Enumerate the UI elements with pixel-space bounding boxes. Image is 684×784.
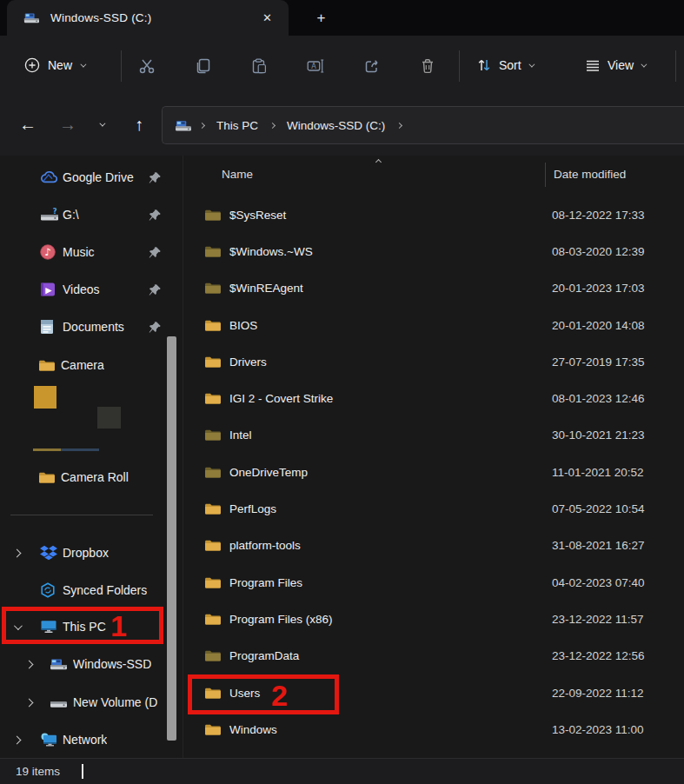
- folder-icon: [204, 576, 221, 589]
- sidebar-item-label: Camera: [61, 358, 104, 372]
- back-button[interactable]: ←: [10, 106, 45, 143]
- file-row-program-files[interactable]: Program Files 04-02-2023 07:40: [187, 564, 684, 601]
- sidebar-item-documents[interactable]: Documents: [0, 311, 179, 342]
- expand-chevron-icon[interactable]: [25, 698, 34, 707]
- sidebar-item-label: Dropbox: [63, 546, 109, 560]
- file-row-intel[interactable]: Intel 30-10-2021 21:23: [187, 417, 684, 454]
- forward-button[interactable]: →: [50, 106, 85, 143]
- history-dropdown-button[interactable]: [87, 106, 115, 143]
- folder-icon: [204, 319, 221, 332]
- sidebar-item-camera[interactable]: Camera: [0, 349, 179, 381]
- file-row-programdata[interactable]: ProgramData 23-12-2022 12:56: [187, 638, 684, 674]
- folder-icon: [204, 209, 221, 222]
- copy-button[interactable]: [185, 49, 220, 83]
- file-name: OneDriveTemp: [229, 466, 308, 479]
- sidebar-item-new-volume[interactable]: New Volume (D: [0, 687, 179, 718]
- file-name: platform-tools: [229, 539, 301, 552]
- annotation-step-2: 2: [271, 679, 288, 713]
- expand-chevron-icon[interactable]: [13, 548, 22, 557]
- share-button[interactable]: [355, 49, 389, 83]
- column-header-name[interactable]: Name: [222, 168, 253, 181]
- file-name: Drivers: [229, 355, 267, 369]
- chevron-down-icon: [641, 61, 647, 67]
- file-row-platform-tools[interactable]: platform-tools 31-08-2021 16:27: [187, 528, 684, 564]
- file-row-program-files-x86[interactable]: Program Files (x86) 23-12-2022 11:57: [187, 601, 684, 637]
- sidebar-item-synced-folders[interactable]: Synced Folders: [0, 575, 179, 606]
- sidebar-item-dropbox[interactable]: Dropbox: [0, 537, 179, 568]
- network-icon: [40, 733, 57, 747]
- file-row-perflogs[interactable]: PerfLogs 07-05-2022 10:54: [187, 490, 684, 527]
- breadcrumb-drive[interactable]: Windows-SSD (C:): [283, 116, 388, 136]
- folder-icon: [204, 649, 221, 662]
- sort-button[interactable]: Sort: [468, 49, 541, 82]
- google-drive-icon: [40, 170, 59, 184]
- file-row-drivers[interactable]: Drivers 27-07-2019 17:35: [187, 343, 684, 380]
- file-row-bios[interactable]: BIOS 20-01-2020 14:08: [187, 307, 684, 343]
- file-date: 08-12-2022 17:33: [552, 209, 645, 222]
- sort-button-label: Sort: [499, 58, 521, 72]
- pin-icon: [149, 246, 162, 259]
- tab-windows-ssd[interactable]: Windows-SSD (C:) ✕: [7, 0, 289, 36]
- annotation-box-users: [188, 674, 339, 714]
- up-button[interactable]: ↑: [122, 106, 156, 143]
- file-name: ProgramData: [229, 649, 299, 662]
- rename-button[interactable]: [298, 49, 333, 83]
- sidebar-item-label: Music: [63, 245, 95, 259]
- file-date: 20-01-2023 17:03: [552, 282, 645, 295]
- sidebar-divider: [183, 156, 183, 758]
- breadcrumb-this-pc[interactable]: This PC: [213, 116, 262, 136]
- sidebar-item-g-drive[interactable]: G:\: [0, 199, 179, 230]
- file-name: BIOS: [229, 319, 257, 332]
- file-name: Intel: [229, 429, 252, 442]
- paste-button[interactable]: [242, 49, 276, 83]
- view-button[interactable]: View: [576, 49, 654, 82]
- sidebar-thumbnail-artifact: [34, 386, 56, 409]
- file-row-windows-ws[interactable]: $Windows.~WS 08-03-2020 12:39: [187, 233, 684, 269]
- column-divider[interactable]: [545, 163, 546, 187]
- sidebar-item-network[interactable]: Network: [0, 724, 179, 755]
- view-button-label: View: [608, 58, 634, 72]
- file-row-winreagent[interactable]: $WinREAgent 20-01-2023 17:03: [187, 270, 684, 307]
- folder-icon: [38, 471, 55, 484]
- delete-button[interactable]: [410, 49, 445, 83]
- breadcrumb-separator-icon: [269, 122, 276, 128]
- new-button[interactable]: New: [16, 49, 93, 82]
- column-header-date[interactable]: Date modified: [554, 168, 626, 181]
- view-lines-icon: [585, 57, 601, 73]
- sidebar-item-camera-roll[interactable]: Camera Roll: [0, 462, 179, 493]
- file-date: 23-12-2022 11:57: [552, 613, 644, 626]
- sidebar-item-music[interactable]: Music: [0, 236, 179, 268]
- folder-icon: [204, 466, 221, 479]
- expand-chevron-icon[interactable]: [13, 735, 22, 744]
- file-name: $SysReset: [229, 209, 286, 222]
- sync-hexagon-icon: [40, 582, 56, 598]
- toolbar-separator: [121, 50, 122, 82]
- sidebar-scrollbar[interactable]: [167, 336, 176, 741]
- annotation-step-1: 1: [110, 609, 127, 643]
- file-name: Windows: [229, 723, 277, 736]
- sidebar-item-google-drive[interactable]: Google Drive: [0, 162, 179, 193]
- breadcrumb-separator-icon: [396, 122, 402, 128]
- new-button-label: New: [48, 58, 72, 72]
- sidebar-section-divider: [10, 515, 153, 515]
- pin-icon: [149, 283, 162, 296]
- expand-chevron-icon[interactable]: [25, 660, 34, 668]
- file-row-igi2[interactable]: IGI 2 - Covert Strike 08-01-2023 12:46: [187, 380, 684, 416]
- file-date: 23-12-2022 12:56: [552, 649, 645, 662]
- file-date: 07-05-2022 10:54: [552, 502, 645, 515]
- address-bar[interactable]: This PC Windows-SSD (C:): [162, 106, 684, 144]
- sidebar-item-label: New Volume (D: [73, 695, 157, 709]
- new-tab-button[interactable]: +: [309, 6, 333, 30]
- file-date: 13-02-2023 11:00: [552, 723, 644, 736]
- file-row-onedrivetemp[interactable]: OneDriveTemp 11-01-2021 20:52: [187, 454, 684, 490]
- sidebar-item-label: G:\: [63, 208, 79, 222]
- cut-button[interactable]: [129, 49, 164, 83]
- folder-icon: [38, 359, 55, 372]
- chevron-down-icon: [99, 120, 105, 126]
- sort-ascending-icon: [375, 159, 382, 165]
- tab-close-button[interactable]: ✕: [256, 9, 278, 27]
- sidebar-item-videos[interactable]: Videos: [0, 274, 179, 305]
- sidebar-item-windows-ssd[interactable]: Windows-SSD: [0, 648, 179, 680]
- file-row-sysreset[interactable]: $SysReset 08-12-2022 17:33: [187, 196, 684, 233]
- file-row-windows[interactable]: Windows 13-02-2023 11:00: [187, 711, 684, 747]
